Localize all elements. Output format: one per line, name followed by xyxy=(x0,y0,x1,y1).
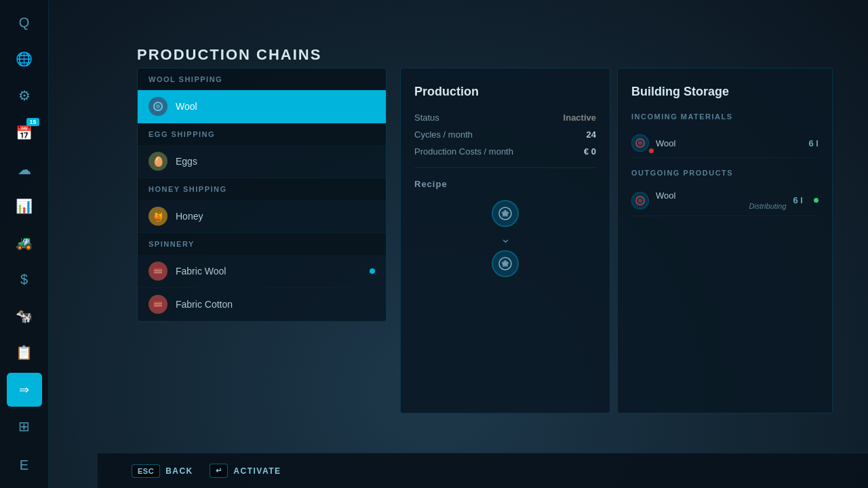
activate-button[interactable]: ↵ ACTIVATE xyxy=(210,464,281,478)
stat-row-status: Status Inactive xyxy=(414,113,596,123)
incoming-wool-status xyxy=(649,148,654,153)
sidebar-item-globe[interactable]: 🌐 xyxy=(7,42,42,76)
building-storage-panel: Building Storage INCOMING MATERIALS Wool… xyxy=(617,68,833,413)
back-label: BACK xyxy=(165,466,193,476)
steering-icon: ⚙ xyxy=(18,87,31,104)
svg-point-15 xyxy=(638,199,642,203)
sidebar-item-chart[interactable]: 📊 xyxy=(7,189,42,223)
fabric-cotton-label: Fabric Cotton xyxy=(176,299,233,310)
outgoing-wool-qty: 6 l xyxy=(793,195,803,205)
incoming-wool-qty: 6 l xyxy=(809,138,818,148)
svg-rect-5 xyxy=(154,302,162,307)
sidebar-item-books[interactable]: 📋 xyxy=(7,336,42,369)
incoming-wool-row: Wool 6 l xyxy=(631,129,818,158)
weather-icon: ☁ xyxy=(18,161,31,178)
main-content: PRODUCTION CHAINS WOOL SHIPPING Wool EGG… xyxy=(49,0,868,488)
sidebar-item-weather[interactable]: ☁ xyxy=(7,152,42,186)
sidebar-item-animal[interactable]: 🐄 xyxy=(7,299,42,333)
wool-label: Wool xyxy=(176,101,197,112)
chains-icon: ⇒ xyxy=(19,382,29,397)
incoming-wool-icon xyxy=(631,134,649,152)
q-icon: Q xyxy=(19,15,30,30)
svg-point-13 xyxy=(638,141,642,145)
e-icon: E xyxy=(20,458,28,473)
status-value: Inactive xyxy=(564,113,596,123)
sidebar-item-farm[interactable]: 🚜 xyxy=(7,226,42,260)
cycles-value: 24 xyxy=(587,129,596,140)
bottom-bar: ESC BACK ↵ ACTIVATE xyxy=(98,453,868,488)
costs-value: € 0 xyxy=(584,146,596,157)
incoming-wool-name: Wool xyxy=(656,138,802,148)
divider xyxy=(414,167,596,168)
honey-label: Honey xyxy=(176,211,203,222)
outgoing-wool-status xyxy=(814,198,818,203)
sidebar-item-chains[interactable]: ⇒ xyxy=(7,373,42,407)
distributing-label: Distributing xyxy=(656,202,787,210)
category-wool-shipping: WOOL SHIPPING xyxy=(138,68,386,90)
activate-key-badge: ↵ xyxy=(210,464,229,478)
cycles-label: Cycles / month xyxy=(414,129,473,140)
stat-row-costs: Production Costs / month € 0 xyxy=(414,146,596,157)
category-spinnery: SPINNERY xyxy=(138,233,386,255)
recipe-input-icon xyxy=(492,200,519,227)
network-icon: ⊞ xyxy=(18,418,30,434)
production-title: Production xyxy=(414,85,596,99)
sidebar-item-network[interactable]: ⊞ xyxy=(7,409,42,443)
fabric-wool-icon xyxy=(149,262,167,281)
eggs-label: Eggs xyxy=(176,156,197,167)
sidebar-item-e[interactable]: E xyxy=(7,449,42,483)
globe-icon: 🌐 xyxy=(16,51,33,67)
list-item-honey[interactable]: 🍯 Honey xyxy=(138,200,386,233)
category-honey-shipping: HONEY SHIPPING xyxy=(138,178,386,200)
svg-point-1 xyxy=(156,104,160,108)
back-key-badge: ESC xyxy=(132,464,160,478)
recipe-output-icon xyxy=(492,250,519,277)
calendar-icon: 📅 xyxy=(16,125,33,141)
fabric-wool-label: Fabric Wool xyxy=(176,266,226,277)
animal-icon: 🐄 xyxy=(16,308,33,324)
category-egg-shipping: EGG SHIPPING xyxy=(138,123,386,145)
farm-icon: 🚜 xyxy=(16,235,33,251)
outgoing-wool-name: Wool xyxy=(656,190,787,201)
sidebar: Q 🌐 ⚙ 📅 15 ☁ 📊 🚜 $ 🐄 📋 ⇒ ⊞ E xyxy=(0,0,49,488)
outgoing-products-header: OUTGOING PRODUCTS xyxy=(631,169,818,177)
costs-label: Production Costs / month xyxy=(414,146,513,157)
back-button[interactable]: ESC BACK xyxy=(132,464,193,478)
fabric-wool-dot xyxy=(370,268,375,274)
left-panel: WOOL SHIPPING Wool EGG SHIPPING 🥚 Eggs H… xyxy=(137,68,387,322)
sidebar-item-calendar[interactable]: 📅 15 xyxy=(7,115,42,149)
building-storage-title: Building Storage xyxy=(631,85,818,99)
incoming-materials-header: INCOMING MATERIALS xyxy=(631,113,818,121)
honey-icon: 🍯 xyxy=(149,207,167,226)
recipe-arrow-icon: ⌄ xyxy=(500,231,511,246)
chart-icon: 📊 xyxy=(16,198,33,214)
outgoing-wool-row: Wool Distributing 6 l xyxy=(631,185,818,216)
calendar-badge: 15 xyxy=(26,118,39,126)
list-item-fabric-wool[interactable]: Fabric Wool xyxy=(138,255,386,288)
activate-label: ACTIVATE xyxy=(233,466,281,476)
production-panel: Production Status Inactive Cycles / mont… xyxy=(400,68,610,413)
sidebar-item-q[interactable]: Q xyxy=(7,5,42,39)
recipe-title: Recipe xyxy=(414,179,596,189)
stat-row-cycles: Cycles / month 24 xyxy=(414,129,596,140)
egg-icon: 🥚 xyxy=(149,152,167,171)
books-icon: 📋 xyxy=(16,344,33,361)
list-item-eggs[interactable]: 🥚 Eggs xyxy=(138,145,386,178)
sidebar-item-coins[interactable]: $ xyxy=(7,262,42,296)
sidebar-item-steering[interactable]: ⚙ xyxy=(7,79,42,113)
fabric-cotton-icon xyxy=(149,295,167,314)
outgoing-wool-icon xyxy=(631,192,649,209)
list-item-fabric-cotton[interactable]: Fabric Cotton xyxy=(138,288,386,321)
page-title: PRODUCTION CHAINS xyxy=(137,46,321,64)
recipe-area: ⌄ xyxy=(414,200,596,277)
svg-rect-2 xyxy=(154,268,162,274)
wool-icon xyxy=(149,97,167,116)
coins-icon: $ xyxy=(20,272,28,287)
status-label: Status xyxy=(414,113,439,123)
list-item-wool[interactable]: Wool xyxy=(138,90,386,123)
